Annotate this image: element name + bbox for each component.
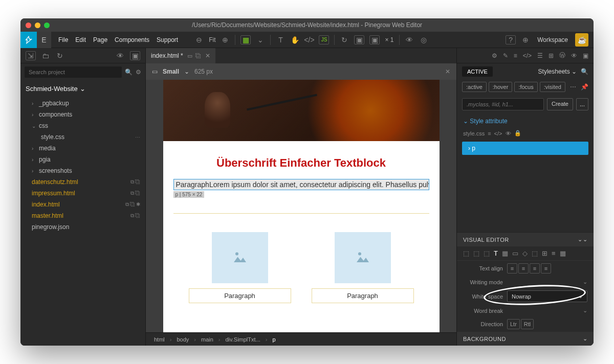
tree-folder-media[interactable]: ›media xyxy=(20,143,145,154)
paragraph-box-1[interactable]: Paragraph xyxy=(189,288,291,303)
stylecss-row[interactable]: style.css ≡ </> 👁 🔒 xyxy=(457,128,594,139)
fit-label[interactable]: Fit xyxy=(209,36,215,43)
tree-folder-css[interactable]: ⌄css xyxy=(20,120,145,131)
copy-icon[interactable]: ⿻ xyxy=(195,53,201,59)
menu-page[interactable]: Page xyxy=(93,36,107,43)
list-icon[interactable]: ≡ xyxy=(552,249,556,257)
tree-file-datenschutz[interactable]: datenschutz.html⧉⿻ xyxy=(20,176,145,188)
code-icon[interactable]: </> xyxy=(304,35,314,44)
tree-icon[interactable]: ☰ xyxy=(537,52,543,59)
search-submit-icon[interactable]: 🔍 xyxy=(125,69,133,76)
tree-file-impressum[interactable]: impressum.html⧉⿻ xyxy=(20,188,145,199)
search-icon[interactable]: ⊕ xyxy=(521,35,530,44)
text-icon[interactable]: T xyxy=(494,249,498,257)
device-label[interactable]: Small xyxy=(163,68,179,75)
padding-icon[interactable]: ⬚ xyxy=(473,249,479,257)
help-icon[interactable]: ? xyxy=(506,35,516,44)
tree-folder-components[interactable]: ›components xyxy=(20,109,145,120)
tree-folder-pgia[interactable]: ›pgia xyxy=(20,154,145,165)
folder-icon[interactable]: 🗀 xyxy=(41,51,50,60)
background-icon[interactable]: ▦ xyxy=(502,249,508,257)
tree-folder-screenshots[interactable]: ›screenshots xyxy=(20,165,145,176)
pseudo-active[interactable]: :active xyxy=(462,82,487,92)
background-header[interactable]: BACKGROUND ⌄ xyxy=(457,332,594,346)
workspace-label[interactable]: Workspace xyxy=(537,36,568,43)
tree-file-pinegrowjson[interactable]: pinegrow.json xyxy=(20,221,145,233)
tree-file-index[interactable]: index.html⧉⿻✱ xyxy=(20,199,145,210)
wordpress-icon[interactable]: Ⓦ xyxy=(559,51,565,60)
coffee-icon[interactable]: ☕ xyxy=(575,33,588,47)
collapse-icon[interactable]: ⇲ xyxy=(26,51,36,60)
tree-file-master[interactable]: master.html⧉⿻ xyxy=(20,210,145,221)
js-icon[interactable]: JS xyxy=(319,35,329,44)
pseudo-focus[interactable]: :focus xyxy=(514,82,537,92)
target-icon[interactable]: ◎ xyxy=(419,35,428,44)
css-rule-p[interactable]: › p xyxy=(462,142,588,155)
panel-1-icon[interactable]: ▣ xyxy=(354,35,364,44)
layout-icon[interactable]: ▣ xyxy=(583,52,588,59)
menu-support[interactable]: Support xyxy=(157,36,178,43)
menu-file[interactable]: File xyxy=(58,36,68,43)
direction-ltr-button[interactable]: Ltr xyxy=(507,319,520,329)
grid-icon[interactable]: ≡ xyxy=(514,52,517,59)
image-placeholder-icon[interactable] xyxy=(335,232,391,283)
stylesheets-dropdown[interactable]: Stylesheets ⌄ xyxy=(538,68,577,75)
margin-icon[interactable]: ⬚ xyxy=(463,249,469,257)
refresh-icon[interactable]: ↻ xyxy=(340,35,349,44)
chevron-down-icon[interactable]: ⌄ xyxy=(583,335,588,342)
pinegrow-logo[interactable] xyxy=(20,32,37,48)
image-placeholder-icon[interactable] xyxy=(212,232,268,283)
style-attribute-row[interactable]: ⌄ Style attribute xyxy=(457,115,594,128)
crumb-main[interactable]: main xyxy=(198,335,216,344)
menu-components[interactable]: Components xyxy=(115,36,149,43)
panel-2-icon[interactable]: ▣ xyxy=(369,35,380,44)
settings-icon[interactable]: ⚙ xyxy=(492,52,497,59)
collapse-icon[interactable]: ⌄⌄ xyxy=(578,236,587,243)
align-right-button[interactable]: ≡ xyxy=(530,263,540,274)
tab-close-icon[interactable]: ✕ xyxy=(205,52,210,59)
crumb-body[interactable]: body xyxy=(173,335,192,344)
canvas-scroll[interactable]: Überschrift Einfacher Textblock Paragrap… xyxy=(146,80,456,332)
grid-icon[interactable]: ▦ xyxy=(240,35,251,44)
hand-icon[interactable]: ✋ xyxy=(290,35,299,44)
device-icon[interactable]: ▭ xyxy=(152,68,158,75)
zoom-in-icon[interactable]: ⊕ xyxy=(221,35,230,44)
transform-icon[interactable]: ⬚ xyxy=(532,249,538,257)
page-heading[interactable]: Überschrift Einfacher Textblock xyxy=(173,156,429,170)
border-icon[interactable]: ▭ xyxy=(512,249,518,257)
more-icon[interactable]: ⋯ xyxy=(570,83,576,90)
eye-icon[interactable]: 👁 xyxy=(571,52,577,59)
crumb-html[interactable]: html xyxy=(151,335,168,344)
tab-index[interactable]: index.html * ▭ ⿻ ✕ xyxy=(146,48,216,63)
menu-edit[interactable]: Edit xyxy=(75,36,86,43)
align-justify-button[interactable]: ≡ xyxy=(541,263,551,274)
project-name[interactable]: Schmied-Website ⌄ xyxy=(20,81,145,97)
paragraph-box-2[interactable]: Paragraph xyxy=(312,288,414,303)
tree-file-stylecss[interactable]: style.css⋯ xyxy=(20,131,145,143)
close-canvas-icon[interactable]: ✕ xyxy=(445,68,450,75)
pseudo-visited[interactable]: :visited xyxy=(540,82,565,92)
white-space-select[interactable]: Nowrap ⌄ xyxy=(507,290,587,302)
zoom-out-icon[interactable]: ⊖ xyxy=(194,35,204,44)
brush-icon[interactable]: ✎ xyxy=(503,52,508,59)
pseudo-hover[interactable]: :hover xyxy=(489,82,513,92)
search-input[interactable] xyxy=(25,66,122,78)
more-button[interactable]: ... xyxy=(576,98,588,110)
create-button[interactable]: Create xyxy=(547,98,573,110)
layout-icon[interactable]: ▣ xyxy=(130,51,140,60)
selected-paragraph[interactable]: ParagraphLorem ipsum dolor sit amet, con… xyxy=(173,179,429,190)
tree-folder-pgbackup[interactable]: ›_pgbackup xyxy=(20,98,145,109)
filter-icon[interactable]: ⚙ xyxy=(136,69,141,76)
fullscreen-window-button[interactable] xyxy=(44,22,50,28)
actions-icon[interactable]: ⊞ xyxy=(549,52,554,59)
shape-icon[interactable]: ◇ xyxy=(522,249,528,257)
align-left-button[interactable]: ≡ xyxy=(507,263,517,274)
device-icon[interactable]: ▭ xyxy=(187,53,192,59)
code-icon[interactable]: </> xyxy=(523,52,532,59)
reload-icon[interactable]: ↻ xyxy=(55,51,64,60)
chevron-down-icon[interactable]: ⌄ xyxy=(256,35,265,44)
search-icon[interactable]: 🔍 xyxy=(581,68,588,75)
crumb-p[interactable]: p xyxy=(269,335,278,344)
align-center-button[interactable]: ≡ xyxy=(518,263,529,274)
menubar-e-button[interactable]: E xyxy=(37,32,51,48)
